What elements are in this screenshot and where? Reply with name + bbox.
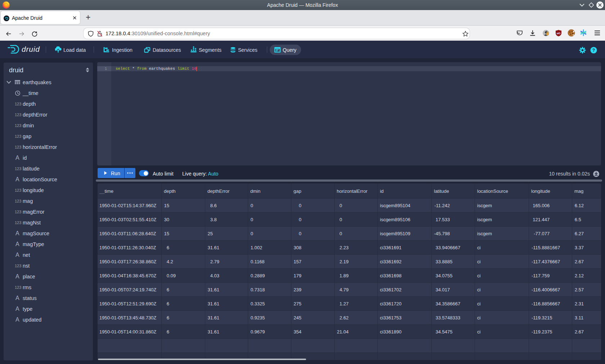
svg-text:uO: uO [557, 32, 561, 35]
svg-text:?: ? [592, 48, 595, 53]
